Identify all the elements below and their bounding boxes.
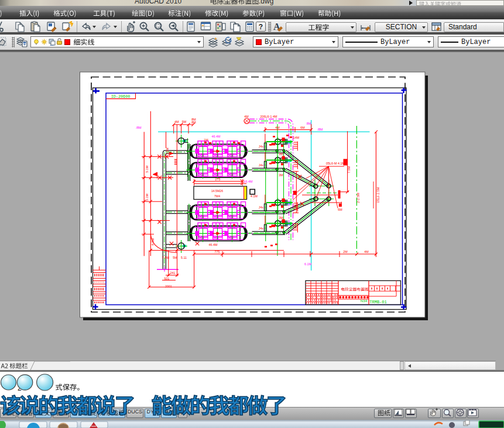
svg-text:1.3M: 1.3M [166,148,169,154]
svg-text:7.5M: 7.5M [162,256,169,259]
svg-text:2001: 2001 [165,285,172,288]
svg-text:J4x: J4x [259,163,264,167]
svg-text:6M: 6M [300,126,305,129]
svg-text:N34: N34 [361,299,368,303]
svg-text:/8M: /8M [136,126,142,129]
svg-text:6.9M: 6.9M [151,238,155,245]
svg-text:3M: 3M [279,152,283,156]
svg-text:J4x: J4x [259,145,264,148]
svg-text:7.5M: 7.5M [347,166,351,173]
svg-text:4M: 4M [275,126,280,129]
svg-text:5M: 5M [182,120,187,124]
svg-text:775: 775 [215,250,220,254]
svg-text:05L6-M 4.1M: 05L6-M 4.1M [326,162,345,165]
svg-text:46.4M: 46.4M [209,243,218,246]
svg-text:501: 501 [164,277,170,280]
svg-text:4M: 4M [364,250,369,254]
svg-text:6.1M: 6.1M [304,262,311,266]
svg-text:ID-20600: ID-20600 [111,94,131,99]
svg-text:2-2.5M: 2-2.5M [356,193,360,203]
svg-text:5M: 5M [173,256,177,259]
svg-text:7M4: 7M4 [214,194,220,198]
svg-text:4.1M: 4.1M [251,194,258,198]
svg-text:3M: 3M [279,216,283,220]
svg-text:1M: 1M [204,138,208,142]
svg-text:206L6-1.4M: 206L6-1.4M [260,115,277,118]
svg-text:6M: 6M [338,208,342,211]
svg-text:J4x: J4x [259,227,264,230]
svg-text:2M: 2M [343,250,348,254]
svg-text:46.4M: 46.4M [212,135,221,138]
svg-text:16.4M: 16.4M [244,180,253,183]
svg-text:241: 241 [170,271,176,275]
svg-text:4M: 4M [244,115,249,118]
svg-text:5.1M: 5.1M [145,193,149,200]
svg-text:14M: 14M [293,136,300,139]
svg-text:5.1M: 5.1M [145,165,149,172]
svg-text:8M: 8M [307,122,311,125]
svg-text:5.11: 5.11 [181,256,187,259]
svg-text:275: 275 [215,177,221,181]
svg-text:3M: 3M [279,173,283,177]
svg-text:TRMB-01: TRMB-01 [369,300,386,304]
svg-text:05L6 2.5M: 05L6 2.5M [376,187,380,203]
svg-text:14.5M26: 14.5M26 [211,189,223,193]
svg-text:J4x: J4x [259,206,264,209]
svg-text:4M: 4M [174,120,179,124]
svg-text:/8M: /8M [318,128,323,131]
